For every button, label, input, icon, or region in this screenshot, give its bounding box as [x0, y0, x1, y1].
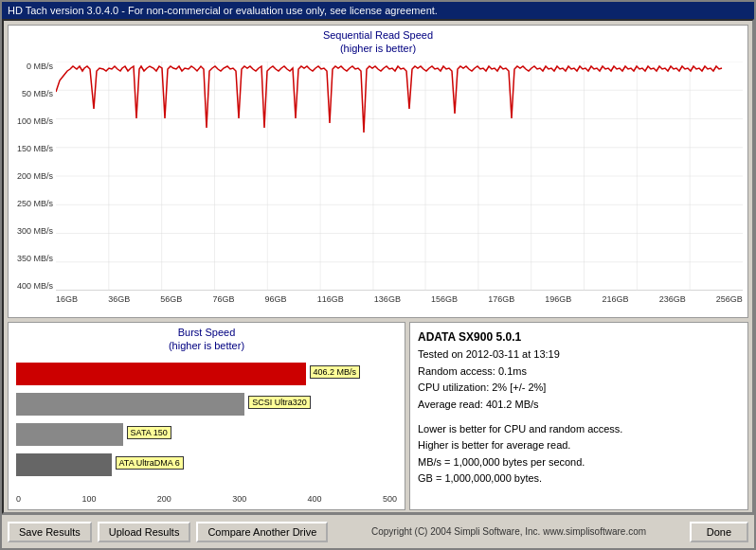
info-line4: Average read: 401.2 MB/s	[418, 397, 740, 414]
seq-graph-svg	[56, 62, 743, 291]
burst-bar-1: 406.2 MB/s	[16, 363, 397, 389]
info-line2: Random access: 0.1ms	[418, 364, 740, 381]
info-line8: MB/s = 1,000,000 bytes per second.	[418, 454, 740, 471]
info-line1: Tested on 2012-03-11 at 13:19	[418, 346, 740, 364]
drive-name: ADATA SX900 5.0.1	[418, 328, 740, 346]
burst-bar-2: SCSI Ultra320	[16, 393, 397, 419]
title-bar: HD Tach version 3.0.4.0 - For non-commer…	[2, 2, 754, 19]
burst-bar-label-3: SATA 150	[127, 426, 171, 439]
seq-graph-area	[56, 62, 743, 291]
burst-x-axis: 0 100 200 300 400 500	[16, 494, 397, 504]
bottom-section: Burst Speed (higher is better) 406.2 MB/…	[8, 322, 748, 510]
burst-chart-title: Burst Speed (higher is better)	[9, 323, 405, 353]
done-button[interactable]: Done	[690, 522, 748, 542]
sequential-read-chart: Sequential Read Speed (higher is better)…	[8, 25, 748, 318]
info-line3: CPU utilization: 2% [+/- 2%]	[418, 380, 740, 397]
burst-bar-3: SATA 150	[16, 423, 397, 450]
copyright-text: Copyright (C) 2004 Simpli Software, Inc.…	[333, 526, 683, 537]
burst-bar-4: ATA UltraDMA 6	[16, 453, 397, 480]
info-line9: GB = 1,000,000,000 bytes.	[418, 470, 740, 488]
burst-bar-fill-4	[16, 453, 112, 476]
burst-bar-label-1: 406.2 MB/s	[310, 365, 361, 379]
seq-chart-title: Sequential Read Speed (higher is better)	[9, 26, 747, 56]
info-line7: Higher is better for average read.	[418, 437, 740, 454]
x-axis: 16GB 36GB 56GB 76GB 96GB 116GB 136GB 156…	[56, 294, 743, 313]
burst-bar-label-2: SCSI Ultra320	[248, 396, 311, 409]
save-results-button[interactable]: Save Results	[8, 522, 92, 542]
burst-bar-fill-3	[16, 423, 123, 446]
toolbar: Save Results Upload Results Compare Anot…	[2, 514, 754, 548]
compare-drive-button[interactable]: Compare Another Drive	[196, 522, 328, 542]
burst-speed-chart: Burst Speed (higher is better) 406.2 MB/…	[8, 322, 405, 510]
burst-bar-label-4: ATA UltraDMA 6	[116, 456, 184, 470]
y-axis: 400 MB/s 350 MB/s 300 MB/s 250 MB/s 200 …	[10, 62, 56, 291]
info-line6: Lower is better for CPU and random acces…	[418, 421, 740, 438]
upload-results-button[interactable]: Upload Results	[98, 522, 191, 542]
main-window: HD Tach version 3.0.4.0 - For non-commer…	[0, 0, 756, 550]
content-area: Sequential Read Speed (higher is better)…	[2, 19, 754, 514]
title-text: HD Tach version 3.0.4.0 - For non-commer…	[8, 5, 438, 16]
burst-bars-container: 406.2 MB/s SCSI Ultra320 SATA 150	[16, 363, 397, 485]
info-panel: ADATA SX900 5.0.1 Tested on 2012-03-11 a…	[409, 322, 748, 510]
burst-bar-fill-2	[16, 393, 244, 416]
burst-bar-fill-1	[16, 363, 306, 385]
